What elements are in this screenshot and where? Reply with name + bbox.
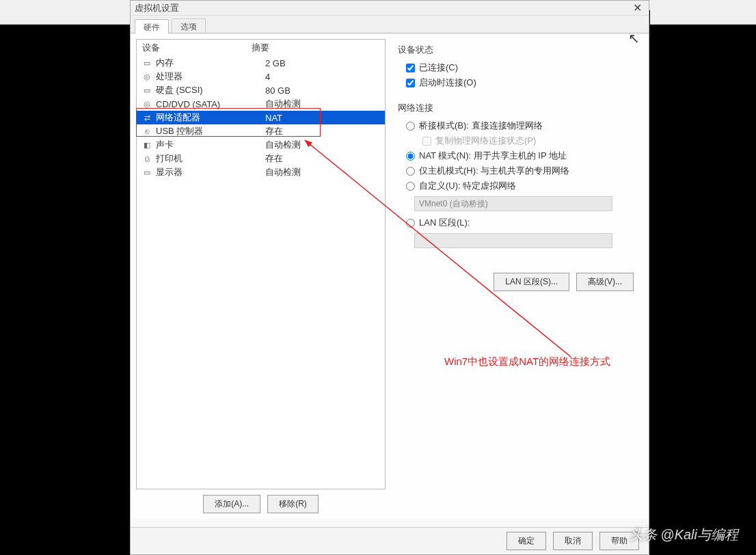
replicate-label: 复制物理网络连接状态(P) — [435, 135, 536, 147]
dialog-titlebar: 虚拟机设置 ✕ — [131, 1, 649, 16]
connected-checkbox[interactable] — [406, 64, 415, 72]
device-row-cddvd[interactable]: ◎ CD/DVD (SATA) 自动检测 — [137, 97, 385, 111]
device-row-harddisk[interactable]: ▭ 硬盘 (SCSI) 80 GB — [137, 83, 385, 97]
lanseg-dropdown — [414, 233, 612, 248]
connect-at-poweron-checkbox[interactable] — [406, 79, 415, 87]
tab-strip: 硬件 选项 — [131, 16, 649, 33]
nat-label: NAT 模式(N): 用于共享主机的 IP 地址 — [419, 150, 567, 162]
left-panel: 设备 摘要 ▭ 内存 2 GB ◎ 处理器 4 ▭ 硬盘 (SCSI) 80 G… — [136, 39, 386, 513]
network-buttons: LAN 区段(S)... 高级(V)... — [398, 273, 634, 291]
device-value: 4 — [265, 72, 381, 82]
cpu-icon: ◎ — [141, 72, 153, 81]
custom-label: 自定义(U): 特定虚拟网络 — [419, 180, 516, 192]
device-name: 硬盘 (SCSI) — [156, 84, 265, 96]
vm-settings-dialog: 虚拟机设置 ✕ 硬件 选项 设备 摘要 ▭ 内存 2 GB ◎ 处理器 — [130, 0, 649, 555]
device-value: 自动检测 — [265, 166, 381, 178]
help-button[interactable]: 帮助 — [599, 532, 639, 550]
sound-icon: ◧ — [141, 140, 153, 150]
usb-icon: ⎋ — [141, 126, 153, 136]
custom-radio-row[interactable]: 自定义(U): 特定虚拟网络 — [398, 178, 638, 193]
dialog-footer: 确定 取消 帮助 — [131, 527, 649, 554]
device-row-network-adapter[interactable]: ⇄ 网络适配器 NAT — [137, 111, 385, 124]
device-value: 80 GB — [265, 85, 381, 96]
lanseg-label: LAN 区段(L): — [419, 217, 470, 229]
device-row-processor[interactable]: ◎ 处理器 4 — [137, 70, 385, 83]
tab-hardware[interactable]: 硬件 — [135, 19, 169, 33]
lanseg-radio[interactable] — [406, 219, 415, 228]
display-icon: ▭ — [141, 167, 153, 177]
replicate-checkbox-row: 复制物理网络连接状态(P) — [398, 133, 638, 148]
memory-icon: ▭ — [141, 58, 153, 68]
device-value: 存在 — [265, 152, 381, 165]
bridged-label: 桥接模式(B): 直接连接物理网络 — [419, 120, 543, 132]
device-name: USB 控制器 — [156, 125, 265, 137]
bridged-radio-row[interactable]: 桥接模式(B): 直接连接物理网络 — [398, 118, 638, 133]
network-connection-label: 网络连接 — [398, 103, 638, 114]
col-device: 设备 — [142, 42, 252, 54]
disc-icon: ◎ — [141, 99, 153, 109]
col-summary: 摘要 — [252, 42, 379, 54]
network-icon: ⇄ — [141, 113, 153, 122]
dialog-content: 设备 摘要 ▭ 内存 2 GB ◎ 处理器 4 ▭ 硬盘 (SCSI) 80 G… — [131, 33, 649, 519]
device-name: 打印机 — [156, 152, 265, 165]
device-value: 自动检测 — [265, 139, 381, 151]
left-panel-buttons: 添加(A)... 移除(R) — [136, 489, 386, 513]
device-row-sound[interactable]: ◧ 声卡 自动检测 — [137, 138, 385, 152]
vmnet-dropdown: VMnet0 (自动桥接) — [414, 196, 612, 211]
nat-radio-row[interactable]: NAT 模式(N): 用于共享主机的 IP 地址 — [398, 148, 638, 163]
device-value: 自动检测 — [265, 98, 381, 110]
add-device-button[interactable]: 添加(A)... — [203, 495, 260, 513]
dialog-title: 虚拟机设置 — [135, 2, 179, 14]
device-name: 显示器 — [156, 166, 265, 178]
device-row-display[interactable]: ▭ 显示器 自动检测 — [137, 165, 385, 179]
lanseg-radio-row[interactable]: LAN 区段(L): — [398, 215, 638, 230]
device-row-memory[interactable]: ▭ 内存 2 GB — [137, 56, 385, 70]
connected-checkbox-row[interactable]: 已连接(C) — [398, 60, 638, 75]
lan-segments-button[interactable]: LAN 区段(S)... — [494, 273, 569, 291]
advanced-button[interactable]: 高级(V)... — [576, 273, 634, 291]
replicate-checkbox — [422, 137, 431, 146]
device-list[interactable]: 设备 摘要 ▭ 内存 2 GB ◎ 处理器 4 ▭ 硬盘 (SCSI) 80 G… — [136, 39, 386, 489]
device-name: 内存 — [156, 57, 265, 69]
device-row-usb[interactable]: ⎋ USB 控制器 存在 — [137, 124, 385, 138]
device-name: 声卡 — [156, 139, 265, 151]
close-button[interactable]: ✕ — [630, 1, 645, 14]
hostonly-radio[interactable] — [406, 167, 415, 176]
right-window-strip — [650, 0, 756, 25]
remove-device-button[interactable]: 移除(R) — [267, 495, 319, 513]
device-name: 网络适配器 — [156, 111, 265, 124]
device-row-printer[interactable]: ⎙ 打印机 存在 — [137, 152, 385, 165]
ok-button[interactable]: 确定 — [507, 532, 546, 550]
hostonly-label: 仅主机模式(H): 与主机共享的专用网络 — [419, 165, 569, 177]
device-list-header: 设备 摘要 — [137, 40, 385, 56]
device-name: CD/DVD (SATA) — [156, 99, 265, 109]
device-value: 存在 — [265, 125, 381, 137]
device-value: 2 GB — [265, 58, 381, 68]
bridged-radio[interactable] — [406, 122, 415, 131]
disk-icon: ▭ — [141, 85, 153, 95]
hostonly-radio-row[interactable]: 仅主机模式(H): 与主机共享的专用网络 — [398, 163, 638, 178]
right-panel: 设备状态 已连接(C) 启动时连接(O) 网络连接 桥接模式(B): 直接连接物… — [392, 39, 643, 513]
connected-label: 已连接(C) — [419, 62, 458, 74]
tab-options[interactable]: 选项 — [172, 18, 206, 33]
device-status-label: 设备状态 — [398, 44, 638, 56]
device-value: NAT — [265, 113, 381, 123]
cancel-button[interactable]: 取消 — [553, 532, 593, 550]
device-name: 处理器 — [156, 70, 265, 83]
nat-radio[interactable] — [406, 152, 415, 161]
left-window-strip — [0, 0, 130, 25]
printer-icon: ⎙ — [141, 154, 153, 163]
connect-at-poweron-row[interactable]: 启动时连接(O) — [398, 75, 638, 90]
custom-radio[interactable] — [406, 182, 415, 191]
connect-at-poweron-label: 启动时连接(O) — [419, 77, 476, 89]
